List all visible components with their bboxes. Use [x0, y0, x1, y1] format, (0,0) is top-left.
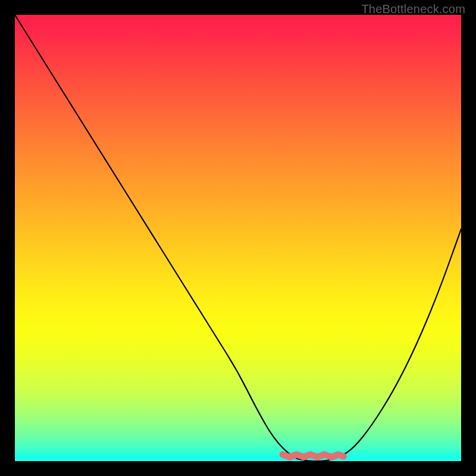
chart-overlay — [15, 15, 461, 461]
watermark: TheBottleneck.com — [361, 2, 465, 16]
plot-area — [15, 15, 461, 461]
flat-zone-highlight — [283, 455, 343, 458]
bottleneck-curve — [15, 15, 461, 461]
